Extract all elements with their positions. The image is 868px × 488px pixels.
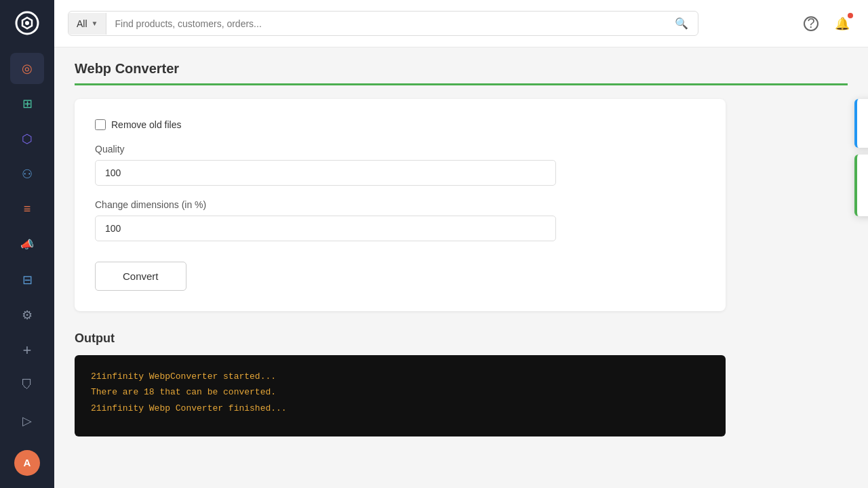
sidebar-item-add[interactable]: + bbox=[10, 335, 44, 366]
dimensions-input[interactable] bbox=[95, 216, 556, 241]
settings-icon: ⚙ bbox=[22, 308, 33, 323]
dashboard-icon: ◎ bbox=[22, 61, 33, 76]
plugin-icon: ⊟ bbox=[22, 272, 33, 287]
terminal-line-1: 21infinity WebpConverter started... bbox=[91, 369, 709, 384]
users-icon: ⚇ bbox=[22, 167, 33, 182]
info-notification: ℹ Info Conversion has begun. Please wait… bbox=[854, 99, 868, 148]
remove-old-files-checkbox[interactable] bbox=[95, 119, 106, 130]
avatar: A bbox=[14, 450, 40, 476]
svg-point-1 bbox=[25, 21, 29, 25]
dimensions-label: Change dimensions (in %) bbox=[95, 199, 705, 210]
form-card: Remove old files Quality Change dimensio… bbox=[75, 99, 726, 311]
success-notification: ✓ Success Images have been successfully … bbox=[854, 155, 868, 216]
cart-icon: ⛉ bbox=[21, 378, 33, 392]
remove-old-files-text: Remove old files bbox=[111, 119, 182, 130]
sidebar-item-dashboard[interactable]: ◎ bbox=[10, 53, 44, 84]
chevron-down-icon: ▼ bbox=[92, 20, 98, 27]
sidebar-nav: ◎ ⊞ ⬡ ⚇ ≡ 📣 ⊟ ⚙ + ⛉ ▷ bbox=[10, 46, 44, 443]
notifications-area: ℹ Info Conversion has begun. Please wait… bbox=[854, 99, 868, 216]
notification-button[interactable]: 🔔 bbox=[830, 12, 854, 36]
terminal-line-3: 21infinity Webp Converter finished... bbox=[91, 401, 709, 416]
grid-icon: ⊞ bbox=[22, 96, 33, 111]
search-filter-label: All bbox=[77, 18, 87, 29]
bag-icon: ⬡ bbox=[22, 131, 33, 146]
page-header: Webp Converter bbox=[75, 61, 848, 77]
quality-label: Quality bbox=[95, 144, 705, 155]
help-button[interactable]: ? bbox=[799, 12, 823, 36]
sidebar-item-plugin[interactable]: ⊟ bbox=[10, 264, 44, 296]
search-container: All ▼ 🔍 bbox=[68, 11, 698, 36]
sidebar-item-bag[interactable]: ⬡ bbox=[10, 123, 44, 155]
remove-old-files-label[interactable]: Remove old files bbox=[95, 119, 182, 130]
app-logo[interactable] bbox=[0, 0, 54, 46]
quality-group: Quality bbox=[95, 144, 705, 186]
terminal-line-2: There are 18 that can be converted. bbox=[91, 384, 709, 400]
sidebar-item-users[interactable]: ⚇ bbox=[10, 159, 44, 190]
sidebar-item-cart[interactable]: ⛉ bbox=[10, 370, 44, 401]
sidebar-item-megaphone[interactable]: 📣 bbox=[10, 229, 44, 260]
search-button[interactable]: 🔍 bbox=[665, 12, 698, 35]
dimensions-group: Change dimensions (in %) bbox=[95, 199, 705, 241]
search-filter-dropdown[interactable]: All ▼ bbox=[68, 13, 106, 35]
output-title: Output bbox=[75, 331, 726, 346]
search-input[interactable] bbox=[106, 13, 665, 35]
megaphone-icon: 📣 bbox=[20, 238, 34, 251]
search-icon: 🔍 bbox=[675, 18, 688, 29]
remove-old-files-row: Remove old files bbox=[95, 119, 705, 130]
page-content: Webp Converter Remove old files Quality bbox=[54, 47, 868, 488]
page-title: Webp Converter bbox=[75, 61, 848, 77]
sidebar-item-play[interactable]: ▷ bbox=[10, 405, 44, 436]
sidebar-item-list[interactable]: ≡ bbox=[10, 194, 44, 225]
sidebar-item-grid[interactable]: ⊞ bbox=[10, 88, 44, 119]
notification-badge bbox=[848, 13, 853, 18]
topbar-icons: ? 🔔 bbox=[799, 12, 854, 36]
add-icon: + bbox=[23, 342, 32, 359]
sidebar-item-settings[interactable]: ⚙ bbox=[10, 300, 44, 331]
topbar: All ▼ 🔍 ? 🔔 bbox=[54, 0, 868, 47]
bell-icon: 🔔 bbox=[835, 16, 850, 31]
progress-bar bbox=[75, 83, 848, 85]
play-icon: ▷ bbox=[22, 413, 32, 428]
output-section: Output 21infinity WebpConverter started.… bbox=[75, 331, 726, 436]
convert-button[interactable]: Convert bbox=[95, 262, 186, 291]
panel-wrapper: Remove old files Quality Change dimensio… bbox=[75, 99, 848, 311]
sidebar: ◎ ⊞ ⬡ ⚇ ≡ 📣 ⊟ ⚙ + ⛉ ▷ A bbox=[0, 0, 54, 488]
list-icon: ≡ bbox=[24, 202, 31, 216]
user-avatar-container[interactable]: A bbox=[0, 443, 54, 483]
terminal-output: 21infinity WebpConverter started... Ther… bbox=[75, 355, 726, 436]
quality-input[interactable] bbox=[95, 160, 556, 186]
main-content: All ▼ 🔍 ? 🔔 Webp Converter bbox=[54, 0, 868, 488]
